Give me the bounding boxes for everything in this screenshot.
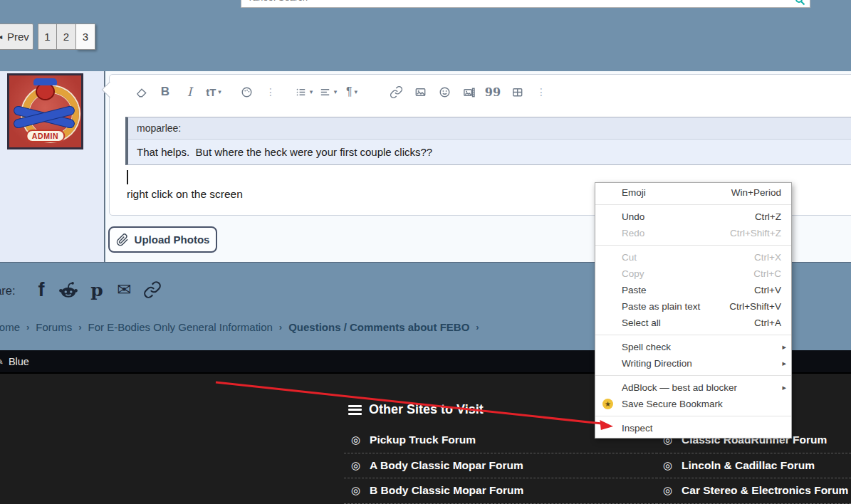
theme-name[interactable]: Blue	[9, 356, 29, 367]
menu-separator	[595, 335, 791, 335]
search-submit-icon[interactable]	[795, 0, 805, 6]
quote-text: That helps. But where the heck were your…	[128, 140, 851, 164]
menu-label: AdBlock — best ad blocker	[622, 382, 781, 393]
menu-label: Undo	[622, 211, 755, 222]
menu-label: Emoji	[622, 187, 731, 198]
menu-shortcut: Win+Period	[731, 187, 781, 198]
chevron-down-icon: ▾	[355, 88, 358, 95]
pinterest-share-icon[interactable]: p	[85, 278, 108, 301]
menu-item-paste-plain[interactable]: Paste as plain text Ctrl+Shift+V	[595, 298, 791, 315]
unordered-list-icon[interactable]: ▾	[291, 81, 315, 103]
bookmark-star-icon: ★	[602, 399, 614, 410]
link-share-icon[interactable]	[141, 278, 164, 301]
quote-author: moparlee:	[128, 117, 851, 140]
email-share-icon[interactable]: ✉	[113, 278, 135, 301]
editor-body-text[interactable]: right click on the screen	[127, 188, 243, 201]
footer-link-label: A Body Classic Mopar Forum	[370, 459, 523, 472]
editor-toolbar: B I tT ▾ ⋮	[110, 75, 851, 109]
submenu-arrow-icon: ▸	[782, 342, 786, 352]
admin-badge: ADMIN	[26, 130, 65, 142]
forum-page: ◄ Prev 1 2 3 ADMIN	[0, 0, 851, 504]
pagination-page-2[interactable]: 2	[57, 23, 76, 50]
reddit-share-icon[interactable]	[57, 278, 80, 301]
menu-item-paste[interactable]: Paste Ctrl+V	[595, 282, 791, 298]
submenu-arrow-icon: ▸	[782, 383, 786, 392]
menu-item-undo[interactable]: Undo Ctrl+Z	[595, 209, 791, 225]
menu-label: Save Secure Bookmark	[622, 399, 781, 409]
paragraph-format-icon[interactable]: ¶ ▾	[340, 81, 364, 103]
footer-heading-text: Other Sites to Visit	[369, 402, 484, 417]
footer-link-lincoln-cadillac[interactable]: ◎ Lincoln & Cadillac Forum	[656, 453, 851, 479]
menu-shortcut: Ctrl+X	[754, 252, 781, 263]
menu-separator	[595, 375, 791, 376]
font-size-icon[interactable]: tT ▾	[202, 81, 226, 103]
breadcrumb-home[interactable]: Home	[0, 321, 20, 333]
menu-separator	[595, 416, 791, 416]
facebook-share-icon[interactable]: f	[30, 278, 53, 301]
bullseye-icon: ◎	[351, 459, 360, 472]
more-options-icon[interactable]: ⋮	[529, 81, 553, 103]
menu-label: Select all	[622, 317, 754, 328]
bullseye-icon: ◎	[663, 484, 672, 497]
pagination-page-1[interactable]: 1	[38, 23, 57, 50]
chevron-down-icon: ▾	[334, 88, 338, 95]
chevron-down-icon: ▾	[218, 88, 221, 95]
search-input[interactable]	[241, 0, 795, 3]
menu-label: Paste	[622, 285, 754, 295]
breadcrumb-category[interactable]: For E-Bodies Only General Information	[88, 321, 273, 333]
pagination-page-3-current[interactable]: 3	[76, 23, 95, 50]
remove-format-icon[interactable]	[129, 81, 153, 103]
breadcrumb-separator: ›	[26, 322, 29, 332]
breadcrumb-current[interactable]: Questions / Comments about FEBO	[288, 321, 469, 333]
menu-item-spell-check[interactable]: Spell check ▸	[595, 339, 791, 355]
pagination-prev-button[interactable]: ◄ Prev	[0, 23, 33, 50]
footer-links-left: ◎ Pickup Truck Forum ◎ A Body Classic Mo…	[344, 428, 657, 504]
footer-link-b-body[interactable]: ◎ B Body Classic Mopar Forum	[344, 478, 657, 504]
upload-photos-button[interactable]: Upload Photos	[108, 226, 217, 253]
menu-item-adblock[interactable]: AdBlock — best ad blocker ▸	[595, 379, 791, 396]
insert-table-icon[interactable]	[505, 81, 529, 103]
pagination: 1 2 3	[38, 23, 95, 50]
insert-gallery-icon[interactable]	[456, 81, 481, 103]
menu-item-writing-direction[interactable]: Writing Direction ▸	[595, 355, 791, 372]
text-color-icon[interactable]	[234, 81, 259, 103]
menu-item-copy: Copy Ctrl+C	[595, 266, 791, 282]
breadcrumb-separator: ›	[279, 322, 282, 332]
submenu-arrow-icon: ▸	[782, 359, 786, 368]
hamburger-icon	[348, 405, 362, 415]
more-options-icon[interactable]: ⋮	[259, 81, 283, 103]
chevron-down-icon: ▾	[310, 88, 313, 95]
footer-heading: Other Sites to Visit	[348, 402, 484, 417]
menu-shortcut: Ctrl+Shift+Z	[730, 228, 781, 238]
align-icon[interactable]: ▾	[315, 81, 340, 103]
breadcrumb-forums[interactable]: Forums	[36, 321, 72, 333]
avatar[interactable]: ADMIN	[7, 73, 83, 149]
context-menu: Emoji Win+Period Undo Ctrl+Z Redo Ctrl+S…	[595, 182, 792, 439]
menu-item-redo: Redo Ctrl+Shift+Z	[595, 225, 791, 241]
upload-photos-label: Upload Photos	[135, 233, 210, 246]
footer-link-car-stereo[interactable]: ◎ Car Stereo & Electronics Forum	[656, 478, 851, 504]
breadcrumb: Home › Forums › For E-Bodies Only Genera…	[0, 321, 479, 333]
blockquote-icon[interactable]: 99	[481, 81, 505, 103]
menu-item-save-secure-bookmark[interactable]: ★ Save Secure Bookmark	[595, 396, 791, 412]
menu-item-emoji[interactable]: Emoji Win+Period	[595, 184, 791, 201]
prev-label: Prev	[7, 31, 29, 43]
menu-label: Paste as plain text	[622, 301, 729, 312]
footer-link-a-body[interactable]: ◎ A Body Classic Mopar Forum	[344, 453, 657, 479]
theme-pen-icon: ✎	[0, 356, 4, 367]
insert-link-icon[interactable]	[384, 81, 408, 103]
insert-emoji-icon[interactable]	[432, 81, 456, 103]
footer-link-label: Lincoln & Cadillac Forum	[682, 459, 815, 472]
menu-item-select-all[interactable]: Select all Ctrl+A	[595, 315, 791, 331]
menu-item-inspect[interactable]: Inspect	[595, 420, 791, 436]
bold-icon[interactable]: B	[153, 81, 177, 103]
menu-item-cut: Cut Ctrl+X	[595, 249, 791, 266]
menu-label: Spell check	[622, 342, 781, 352]
search-bar	[241, 0, 810, 8]
menu-separator	[595, 204, 791, 205]
insert-image-icon[interactable]	[408, 81, 432, 103]
italic-icon[interactable]: I	[177, 81, 202, 103]
prev-arrow-icon: ◄	[0, 33, 4, 41]
menu-label: Redo	[622, 228, 730, 238]
footer-link-label: Car Stereo & Electronics Forum	[682, 484, 848, 497]
